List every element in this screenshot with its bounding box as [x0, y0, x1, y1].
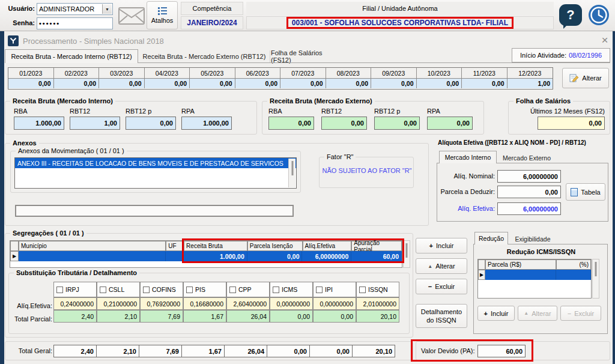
tab-exigibilidade[interactable]: Exigibilidade: [509, 233, 556, 244]
aliq-value: 2,01000000: [356, 297, 399, 310]
month-value: 0,00: [8, 79, 54, 88]
excluir-segregacao-button[interactable]: − Excluir: [416, 279, 467, 294]
minus-icon: −: [568, 310, 571, 317]
clock-icon: [587, 3, 611, 27]
rba-externo-field[interactable]: 0,00: [268, 117, 314, 130]
tax-checkbox-cofins[interactable]: COFINS: [140, 282, 183, 297]
history-button[interactable]: [587, 3, 611, 27]
cell-apuracao-parcial: 60,00: [351, 251, 402, 261]
fs12-field[interactable]: 0,00: [538, 117, 605, 130]
competencia-value-panel[interactable]: JANEIRO/2024: [181, 16, 243, 29]
month-col: 09/20230,00: [371, 68, 417, 89]
field-label: RBA: [14, 108, 28, 115]
incluir-segregacao-button[interactable]: + Incluir: [416, 238, 467, 253]
aliq-nominal-field[interactable]: 6,00000000: [497, 170, 561, 183]
excluir-reducao-button[interactable]: − Excluir: [560, 306, 601, 321]
tax-checkbox-irpj[interactable]: IRPJ: [53, 282, 97, 297]
total-geral-value: 1,67: [181, 345, 225, 357]
reducao-selected-row[interactable]: ▶: [478, 270, 591, 280]
reducao-scrollbar[interactable]: [592, 259, 599, 299]
month-col: 06/20230,00: [235, 68, 281, 89]
checkbox-icon: [359, 287, 366, 293]
reducao-table[interactable]: Parcela (R$) (%) ▶: [477, 259, 592, 299]
group-title: Receita Bruta (Mercado Interno): [10, 97, 115, 105]
rbt12p-interno-field[interactable]: 0,00: [126, 117, 176, 130]
month-col: 02/20230,00: [54, 68, 100, 89]
col-municipio: Município: [19, 241, 166, 251]
anexos-empty-field[interactable]: [15, 205, 294, 217]
aliq-efetiva-field[interactable]: 6,00000000: [497, 202, 561, 215]
tab-folha-salarios[interactable]: Folha de Salários (FS12): [271, 50, 344, 62]
month-grid[interactable]: 01/20230,00 02/20230,00 03/20230,00 04/2…: [8, 67, 553, 89]
anexo-list-item-selected[interactable]: ANEXO III - RECEITAS DE LOCACAO DE BENS …: [15, 158, 296, 168]
mail-button[interactable]: [118, 5, 145, 26]
cell-municipio: [19, 251, 166, 261]
tab-reducao[interactable]: Redução: [474, 232, 508, 244]
tax-checkbox-issqn[interactable]: ISSQN: [356, 282, 399, 297]
group-title: Segregações ( 01 / 01 ): [10, 229, 86, 237]
rba-interno-field[interactable]: 1.000,00: [14, 117, 64, 130]
rpa-interno-field[interactable]: 1.000,00: [181, 117, 232, 130]
valor-devido-field[interactable]: 60,00: [477, 345, 526, 357]
rbt12p-externo-field[interactable]: 0,00: [374, 117, 420, 130]
chevron-down-icon[interactable]: ▼: [102, 4, 112, 14]
tab-mercado-interno[interactable]: Receita Bruta - Mercado Interno (RBT12): [5, 49, 138, 63]
group-title: Folha de Salários: [514, 97, 573, 105]
usuario-select[interactable]: ADMINISTRADOR ▼: [37, 3, 113, 15]
atalhos-button[interactable]: Atalhos: [147, 1, 178, 29]
group-substituicao: Substituição Tributária / Detalhamento A…: [8, 273, 410, 334]
incluir-reducao-button[interactable]: + Incluir: [477, 306, 515, 321]
tax-checkbox-ipi[interactable]: IPI: [313, 282, 356, 297]
rbt12-interno-field[interactable]: 1,00: [70, 117, 120, 130]
tabela-button[interactable]: Tabela: [566, 183, 605, 201]
alterar-segregacao-button[interactable]: ▲ Alterar: [416, 258, 467, 274]
aliq-value: 0,21000000: [97, 297, 140, 310]
month-header: 02/2023: [54, 68, 100, 79]
senha-input[interactable]: ••••••: [37, 17, 113, 29]
tab-label: Folha de Salários (FS12): [271, 49, 344, 64]
rpa-externo-field[interactable]: 0,00: [427, 117, 473, 130]
segregacoes-scrollbar[interactable]: [403, 240, 410, 268]
cell-percent: [556, 270, 591, 280]
month-value: 0,00: [280, 79, 326, 88]
group-valor-devido: Valor Devido (PA): 60,00: [416, 341, 610, 360]
parcela-deduzir-label: Parcela a Deduzir:: [437, 188, 495, 195]
total-geral-label: Total Geral:: [10, 347, 52, 354]
tax-checkbox-pis[interactable]: PIS: [183, 282, 226, 297]
tab-mercado-externo[interactable]: Receita Bruta - Mercado Externo (RBT12): [139, 50, 270, 62]
anexos-scrollbar[interactable]: [288, 159, 295, 187]
total-value: 0,00: [270, 310, 313, 323]
subst-total-label: Total Parcial:: [10, 315, 52, 323]
alterar-meses-button[interactable]: Alterar: [562, 68, 609, 88]
detalhamento-issqn-button[interactable]: Detalhamento do ISSQN: [416, 304, 467, 328]
tax-checkbox-cpp[interactable]: CPP: [226, 282, 270, 297]
segregacoes-selected-row[interactable]: ▶ 1.000,00 0,00 6,00000000 60,00: [10, 251, 402, 261]
segregacoes-table[interactable]: Município UF Receita Bruta Parcela Isenç…: [10, 240, 402, 268]
tax-checkbox-icms[interactable]: ICMS: [270, 282, 313, 297]
tab-aliq-mercado-interno[interactable]: Mercado Interno: [439, 151, 497, 163]
cell-uf: [166, 251, 184, 261]
checkbox-icon: [56, 287, 63, 293]
col-percent: (%): [556, 259, 591, 270]
month-header: 08/2023: [326, 68, 372, 79]
tab-aliq-mercado-externo[interactable]: Mercado Externo: [498, 152, 556, 163]
month-col: 12/20231,00: [507, 68, 553, 89]
inicio-atividade-label: Início Atividade:: [520, 52, 566, 59]
anexos-listbox[interactable]: ANEXO III - RECEITAS DE LOCACAO DE BENS …: [14, 157, 297, 189]
minus-icon: −: [428, 283, 432, 290]
aliq-value: 0,24000000: [53, 297, 97, 310]
total-value: 1,67: [183, 310, 226, 323]
alterar-reducao-button[interactable]: ▲ Alterar: [518, 306, 557, 321]
col-uf: UF: [166, 241, 184, 251]
filial-value-panel[interactable]: 003/001 - SOFOLHA SOLUCOES CORPORATIVAS …: [246, 16, 554, 29]
group-title: Fator "R": [324, 153, 356, 160]
close-icon[interactable]: ×: [599, 35, 610, 46]
help-button[interactable]: ?: [559, 4, 582, 26]
parcela-deduzir-field[interactable]: 0,00: [497, 186, 561, 198]
checkbox-icon: [100, 287, 106, 293]
group-title: Anexos: [10, 139, 39, 147]
filial-value-annotated: 003/001 - SOFOLHA SOLUCOES CORPORATIVAS …: [286, 17, 514, 29]
rbt12-externo-field[interactable]: 0,00: [321, 117, 367, 130]
window-left-border: [0, 31, 4, 364]
tax-checkbox-csll[interactable]: CSLL: [97, 282, 140, 297]
